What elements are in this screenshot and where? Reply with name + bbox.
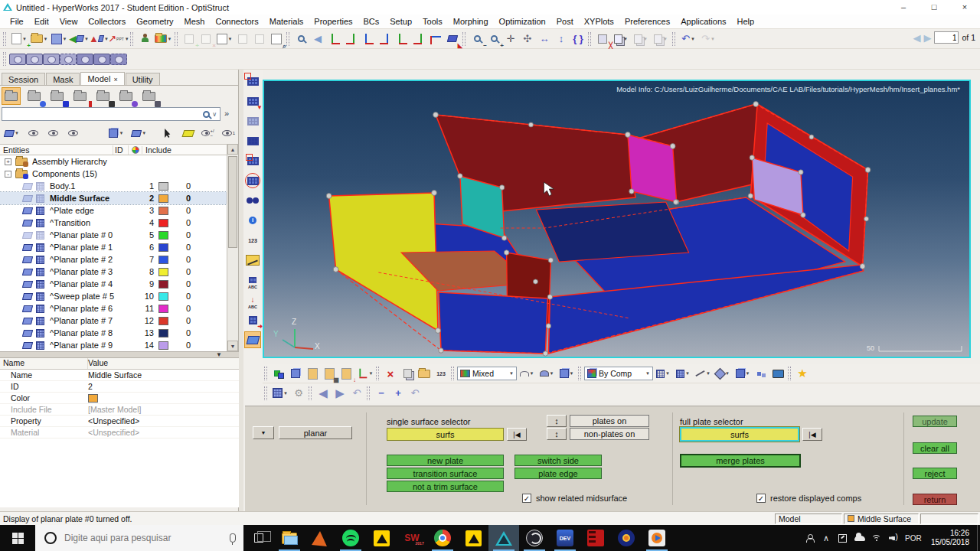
menu-help[interactable]: Help <box>732 15 760 28</box>
full-plate-selector-button[interactable]: surfs <box>680 427 799 442</box>
connection-view-button[interactable] <box>24 87 44 105</box>
copy-button[interactable]: ▼ <box>611 31 631 47</box>
taskbar-clock[interactable]: 16:26 15/05/2018 <box>925 529 977 547</box>
surface-edit-button[interactable] <box>244 331 261 348</box>
tab-model[interactable]: Model× <box>80 72 124 85</box>
model-view-button[interactable] <box>2 87 21 105</box>
monitor-button[interactable] <box>769 365 786 382</box>
load-import-button[interactable]: ↓ <box>338 365 354 382</box>
wifi-icon[interactable] <box>868 535 885 542</box>
component-color-swatch[interactable] <box>158 207 168 215</box>
capture-video-window-button[interactable] <box>93 51 110 67</box>
property-value[interactable]: <Unspecified> <box>88 416 139 425</box>
component-view-button[interactable] <box>47 87 67 105</box>
results-folder-button[interactable]: ▼ <box>153 31 173 47</box>
taskbar-app-matlab[interactable] <box>305 525 335 551</box>
model-3d-view[interactable] <box>264 81 969 357</box>
handwriting-icon[interactable] <box>835 534 851 543</box>
menu-post[interactable]: Post <box>551 15 579 28</box>
scroll-down-icon[interactable]: ▼ <box>227 341 238 351</box>
full-selector-reset-button[interactable]: |◀ <box>802 428 822 441</box>
zoom-tool-button[interactable] <box>292 31 309 47</box>
toolbar-handle[interactable] <box>264 367 267 380</box>
tree-row[interactable]: ^Sweep plate # 5 10 0 <box>0 290 227 302</box>
systems-button[interactable]: ▼ <box>354 365 374 382</box>
transition-surface-button[interactable]: transition surface <box>387 468 504 479</box>
search-icon[interactable] <box>203 111 210 118</box>
taskbar-app-media-player[interactable] <box>642 525 672 551</box>
axis-view-zx-button[interactable] <box>360 31 377 47</box>
display-plusminus-button[interactable]: +/− <box>201 125 216 142</box>
tree-row[interactable]: ^Planar plate # 3 8 0 <box>0 266 227 278</box>
fit-height-button[interactable]: ↕ <box>553 31 570 47</box>
tree-row[interactable]: ^Planar plate # 0 5 0 <box>0 229 227 241</box>
rotate-view-button[interactable]: { } <box>570 31 586 47</box>
user-profile-button[interactable] <box>136 31 153 47</box>
menu-collectors[interactable]: Collectors <box>83 15 131 28</box>
tree-row[interactable]: ^Transition 4 0 <box>0 217 227 229</box>
chevron-up-icon[interactable]: ∧ <box>818 533 835 543</box>
menu-materials[interactable]: Materials <box>264 15 309 28</box>
tab-utility[interactable]: Utility <box>126 73 160 85</box>
taskbar-search-input[interactable] <box>64 533 202 543</box>
component-color-swatch[interactable] <box>158 243 168 252</box>
menu-xyplots[interactable]: XYPlots <box>579 15 619 28</box>
capture-video-region-button[interactable] <box>110 51 127 67</box>
show-related-midsurface-checkbox[interactable]: ✓ show related midsurface <box>522 494 627 503</box>
panels-button[interactable] <box>244 112 261 129</box>
single-surface-selector-button[interactable]: surfs <box>387 428 504 441</box>
axis-view-yx-button[interactable] <box>326 31 343 47</box>
checkbox-check-icon[interactable]: ✓ <box>522 494 531 503</box>
pan-hand-button[interactable]: ✣ <box>519 31 536 47</box>
solid-button[interactable]: ▼ <box>557 365 577 382</box>
components-button[interactable] <box>270 365 287 382</box>
component-color-swatch[interactable] <box>158 182 168 191</box>
component-color-swatch[interactable] <box>158 231 168 240</box>
display-plate-button[interactable]: ▼ <box>3 125 21 142</box>
capture-region-button[interactable] <box>43 51 60 67</box>
delete-button[interactable]: × <box>382 365 399 382</box>
taskbar-search[interactable] <box>35 525 243 551</box>
new-model-button[interactable]: +▼ <box>9 31 29 47</box>
menu-tools[interactable]: Tools <box>417 15 448 28</box>
collapse-icon[interactable]: - <box>5 171 11 178</box>
capture-video-button[interactable] <box>77 51 93 67</box>
taskbar-app-avee-player[interactable] <box>611 525 642 551</box>
property-value[interactable]: 2 <box>88 382 93 391</box>
non-plates-on-button[interactable]: non-plates on <box>570 428 649 440</box>
expand-page-button[interactable] <box>234 31 251 47</box>
open-model-button[interactable]: ▼ <box>29 31 49 47</box>
axis-view-zy2-button[interactable] <box>410 31 427 47</box>
component-color-swatch[interactable] <box>158 194 168 203</box>
panel-arrow-button[interactable]: ▼ <box>244 93 261 109</box>
component-color-swatch[interactable] <box>158 292 168 301</box>
axis-view-zx2-button[interactable] <box>377 31 394 47</box>
value-column-header[interactable]: Value <box>88 358 108 369</box>
update-button[interactable]: update <box>913 416 957 427</box>
plates-spinner-button[interactable]: ↕ <box>547 415 567 427</box>
undo-small-button[interactable]: ↶ <box>407 385 423 402</box>
collapse-panel-button[interactable]: − <box>373 385 390 402</box>
tree-row-selected[interactable]: Middle Surface 2 0 <box>0 192 227 204</box>
menu-morphing[interactable]: Morphing <box>448 15 494 28</box>
display-one-button[interactable]: 1 <box>221 125 236 142</box>
paste-button[interactable]: ▼ <box>631 31 651 47</box>
tree-row[interactable]: ^Planar plate # 8 13 0 <box>0 327 227 339</box>
taskbar-app-dev-cpp[interactable]: DEV <box>550 525 580 551</box>
component-color-swatch[interactable] <box>158 280 168 289</box>
property-row-material[interactable]: Material <Unspecified> <box>0 427 239 439</box>
grid-panel-button[interactable]: ▼ <box>270 385 290 402</box>
taskbar-app-altair-connect[interactable] <box>458 525 488 551</box>
export-button[interactable]: ▲▼ <box>89 31 109 47</box>
center-button[interactable]: ✛ <box>502 31 519 47</box>
restore-displayed-comps-checkbox[interactable]: ✓ restore displayed comps <box>756 494 861 503</box>
part-view-button[interactable] <box>93 87 113 105</box>
axis-view-yz-button[interactable] <box>427 31 444 47</box>
color-column-header[interactable] <box>129 146 142 154</box>
expand-icon[interactable]: + <box>5 158 11 165</box>
component-blue-button[interactable] <box>287 365 304 382</box>
shaded-button[interactable]: ▼ <box>537 365 557 382</box>
capture-image-button[interactable] <box>9 51 26 67</box>
previous-panel-button[interactable]: ◀ <box>315 385 332 402</box>
tree-row[interactable]: ^Planar plate # 9 14 0 <box>0 339 227 351</box>
